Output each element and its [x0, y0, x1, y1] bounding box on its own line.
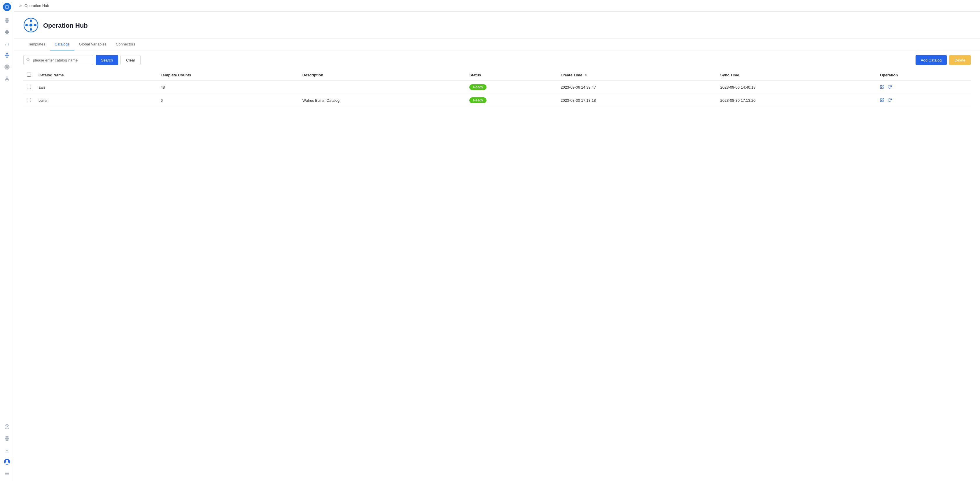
svg-rect-8: [7, 33, 9, 34]
sort-icon: ⇅: [584, 74, 587, 77]
svg-point-35: [30, 28, 32, 30]
topbar: ⟳ Operation Hub: [14, 0, 980, 12]
template-counts-cell: 6: [157, 94, 299, 107]
table-row: builtin 6 Walrus Builtin Catalog Ready 2…: [23, 94, 970, 107]
row-checkbox[interactable]: [27, 98, 31, 102]
catalogs-table-container: Catalog Name Template Counts Description…: [14, 70, 980, 107]
select-all-checkbox[interactable]: [27, 73, 31, 77]
sidebar-bottom: [2, 422, 12, 479]
sidebar-item-hub[interactable]: [2, 50, 12, 60]
catalog-name-cell: aws: [35, 81, 157, 94]
toolbar: Search Clear Add Catalog Delete: [14, 51, 980, 70]
search-input[interactable]: [23, 55, 93, 65]
search-icon: [26, 58, 30, 62]
col-description: Description: [299, 70, 466, 81]
sync-time-cell: 2023-09-06 14:40:18: [717, 81, 877, 94]
tab-catalogs[interactable]: Catalogs: [50, 38, 74, 51]
tab-global-variables[interactable]: Global Variables: [75, 38, 111, 51]
sidebar-item-language[interactable]: [2, 433, 12, 444]
edit-icon[interactable]: [880, 85, 885, 90]
catalog-name-cell: builtin: [35, 94, 157, 107]
description-cell: [299, 81, 466, 94]
page-header-logo: [23, 17, 38, 33]
tab-templates[interactable]: Templates: [23, 38, 50, 51]
operation-cell: [877, 81, 970, 94]
svg-rect-7: [5, 33, 6, 34]
col-sync-time: Sync Time: [717, 70, 877, 81]
svg-point-38: [29, 24, 32, 27]
description-cell: Walrus Builtin Catalog: [299, 94, 466, 107]
sidebar-item-account[interactable]: [2, 457, 12, 467]
sidebar-item-help[interactable]: [2, 422, 12, 432]
row-checkbox-cell: [23, 94, 35, 107]
svg-point-13: [6, 53, 7, 54]
page-title: Operation Hub: [43, 22, 88, 29]
sidebar-item-explore[interactable]: [2, 15, 12, 25]
svg-point-21: [6, 67, 8, 68]
svg-point-16: [8, 55, 9, 56]
template-counts-cell: 48: [157, 81, 299, 94]
refresh-icon[interactable]: [888, 98, 892, 103]
refresh-icon[interactable]: [888, 85, 892, 90]
sidebar-item-settings[interactable]: [2, 62, 12, 72]
status-cell: Ready: [466, 81, 557, 94]
sync-time-cell: 2023-08-30 17:13:20: [717, 94, 877, 107]
topbar-refresh-icon: ⟳: [19, 3, 22, 8]
delete-button[interactable]: Delete: [949, 55, 970, 65]
svg-point-43: [27, 58, 29, 61]
tabs-bar: Templates Catalogs Global Variables Conn…: [14, 38, 980, 51]
svg-point-2: [6, 6, 8, 8]
svg-rect-5: [5, 30, 6, 32]
row-checkbox-cell: [23, 81, 35, 94]
svg-point-37: [34, 24, 37, 26]
sidebar: [0, 0, 14, 481]
page-header: Operation Hub: [14, 12, 980, 38]
row-checkbox[interactable]: [27, 85, 31, 89]
col-create-time[interactable]: Create Time ⇅: [557, 70, 717, 81]
svg-point-14: [6, 57, 7, 58]
clear-button[interactable]: Clear: [121, 55, 141, 65]
content-area: Search Clear Add Catalog Delete Catalog …: [14, 51, 980, 481]
svg-point-22: [6, 77, 8, 78]
col-status: Status: [466, 70, 557, 81]
sidebar-item-menu[interactable]: [2, 468, 12, 479]
tab-connectors[interactable]: Connectors: [111, 38, 140, 51]
svg-point-12: [6, 55, 8, 56]
status-cell: Ready: [466, 94, 557, 107]
col-catalog-name: Catalog Name: [35, 70, 157, 81]
svg-line-44: [29, 60, 29, 61]
col-template-counts: Template Counts: [157, 70, 299, 81]
sidebar-item-dashboard[interactable]: [2, 27, 12, 37]
search-wrapper: [23, 55, 93, 65]
status-badge: Ready: [469, 84, 487, 90]
app-logo[interactable]: [2, 2, 12, 12]
svg-point-23: [5, 425, 9, 429]
topbar-title: Operation Hub: [24, 3, 49, 8]
svg-point-15: [5, 55, 6, 56]
col-operation: Operation: [877, 70, 970, 81]
table-row: aws 48 Ready 2023-09-06 14:39:47 2023-09…: [23, 81, 970, 94]
sidebar-item-analytics[interactable]: [2, 38, 12, 49]
create-time-cell: 2023-08-30 17:13:18: [557, 94, 717, 107]
create-time-cell: 2023-09-06 14:39:47: [557, 81, 717, 94]
edit-icon[interactable]: [880, 98, 885, 103]
svg-point-29: [6, 460, 8, 462]
col-checkbox: [23, 70, 35, 81]
sidebar-item-users[interactable]: [2, 73, 12, 84]
search-button[interactable]: Search: [95, 55, 118, 65]
sidebar-item-download[interactable]: [2, 445, 12, 456]
catalogs-table: Catalog Name Template Counts Description…: [23, 70, 970, 107]
svg-point-34: [30, 19, 32, 22]
status-badge: Ready: [469, 97, 487, 103]
main-content: ⟳ Operation Hub Operation Hub Templates …: [14, 0, 980, 481]
svg-rect-6: [7, 30, 9, 32]
table-header-row: Catalog Name Template Counts Description…: [23, 70, 970, 81]
add-catalog-button[interactable]: Add Catalog: [916, 55, 947, 65]
operation-cell: [877, 94, 970, 107]
svg-point-36: [25, 24, 28, 26]
